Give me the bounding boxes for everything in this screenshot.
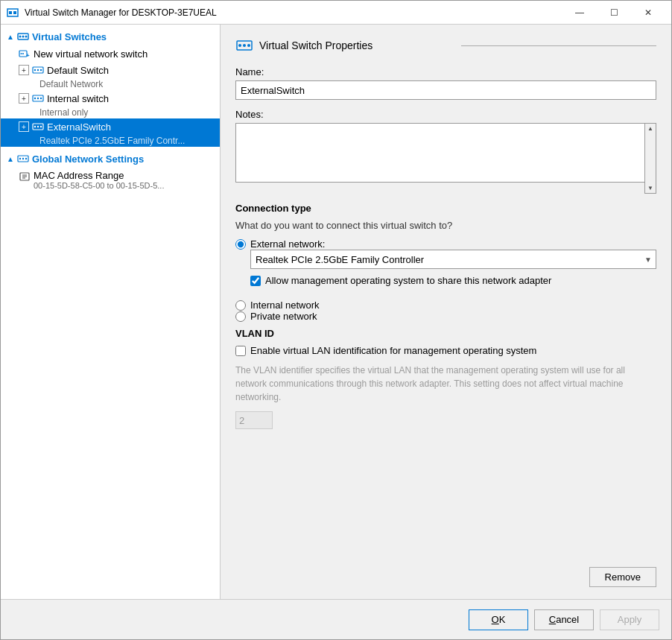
new-virtual-switch-item[interactable]: + New virtual network switch	[1, 45, 220, 62]
default-switch-item[interactable]: + Default Switch	[1, 62, 220, 78]
virtual-switches-icon	[17, 31, 29, 42]
spacer	[235, 429, 656, 555]
props-header: Virtual Switch Properties	[235, 37, 656, 54]
external-switch-sublabel: Realtek PCIe 2.5GbE Family Contr...	[1, 135, 220, 147]
radio-private[interactable]	[235, 311, 246, 322]
management-checkbox[interactable]	[250, 276, 261, 286]
left-panel: ▲ Virtual Switches	[1, 25, 221, 599]
props-title: Virtual Switch Properties	[259, 39, 455, 51]
default-switch-icon	[32, 64, 44, 76]
vlan-title: VLAN ID	[235, 328, 656, 339]
remove-button[interactable]: Remove	[589, 567, 656, 587]
right-panel: Virtual Switch Properties Name: Notes: ▲…	[221, 25, 671, 599]
props-divider	[461, 45, 657, 46]
vlan-id-input[interactable]	[235, 411, 273, 429]
apply-label: Apply	[618, 614, 642, 625]
window-icon	[7, 7, 19, 19]
ok-label: OK	[492, 614, 506, 625]
global-network-label: Global Network Settings	[32, 153, 144, 165]
name-field-label: Name:	[235, 66, 656, 77]
main-window: Virtual Switch Manager for DESKTOP-3E7UE…	[0, 0, 672, 640]
default-switch-expand[interactable]: +	[19, 65, 29, 75]
management-checkbox-label: Allow management operating system to sha…	[265, 275, 551, 286]
scroll-up-arrow[interactable]: ▲	[646, 124, 655, 133]
svg-point-9	[22, 53, 24, 54]
connection-desc: What do you want to connect this virtual…	[235, 220, 656, 231]
internal-switch-label: Internal switch	[47, 93, 109, 104]
svg-text:+: +	[26, 52, 30, 59]
cancel-button[interactable]: Cancel	[534, 609, 594, 630]
external-sub-options: Realtek PCIe 2.5GbE Family Controller ▼ …	[250, 250, 656, 294]
remove-area: Remove	[235, 567, 656, 587]
svg-point-22	[40, 126, 42, 127]
svg-point-25	[22, 158, 24, 159]
svg-point-5	[22, 36, 24, 38]
virtual-switches-arrow: ▲	[7, 33, 14, 41]
svg-point-6	[25, 36, 27, 38]
internal-switch-expand[interactable]: +	[19, 93, 29, 104]
props-icon	[235, 37, 253, 54]
vlan-checkbox[interactable]	[235, 346, 246, 356]
window-controls: — ☐ ✕	[562, 1, 665, 25]
vlan-checkbox-item[interactable]: Enable virtual LAN identification for ma…	[235, 345, 656, 356]
radio-external[interactable]	[235, 239, 246, 250]
global-network-header[interactable]: ▲ Global Network Settings	[1, 150, 220, 168]
scroll-down-arrow[interactable]: ▼	[646, 183, 655, 193]
mac-address-sublabel: 00-15-5D-58-C5-00 to 00-15-5D-5...	[34, 181, 164, 190]
radio-private-label: Private network	[250, 311, 317, 322]
svg-rect-2	[13, 11, 16, 14]
maximize-button[interactable]: ☐	[597, 1, 631, 25]
mac-address-icon	[19, 171, 31, 183]
svg-point-16	[34, 98, 36, 99]
mac-label-block: MAC Address Range 00-15-5D-58-C5-00 to 0…	[34, 170, 164, 190]
dropdown-wrapper: Realtek PCIe 2.5GbE Family Controller ▼	[250, 250, 656, 269]
global-network-arrow: ▲	[7, 155, 14, 163]
ok-button[interactable]: OK	[469, 609, 528, 630]
network-adapter-dropdown[interactable]: Realtek PCIe 2.5GbE Family Controller	[250, 250, 656, 269]
global-network-icon	[17, 153, 29, 165]
svg-point-18	[40, 98, 42, 99]
svg-point-8	[21, 53, 22, 54]
radio-internal-item[interactable]: Internal network	[235, 300, 656, 311]
notes-textarea[interactable]	[235, 123, 656, 183]
svg-point-33	[243, 44, 246, 47]
close-button[interactable]: ✕	[631, 1, 665, 25]
svg-point-13	[37, 69, 39, 71]
notes-scrollbar: ▲ ▼	[644, 123, 656, 194]
svg-point-24	[19, 158, 21, 159]
svg-point-12	[34, 69, 36, 71]
vlan-section: VLAN ID Enable virtual LAN identificatio…	[235, 328, 656, 429]
radio-external-label: External network:	[250, 238, 325, 250]
content-area: ▲ Virtual Switches	[1, 25, 671, 599]
virtual-switches-section[interactable]: ▲ Virtual Switches	[1, 28, 220, 45]
default-switch-sublabel: Default Network	[1, 78, 220, 90]
vlan-checkbox-label: Enable virtual LAN identification for ma…	[250, 345, 536, 356]
minimize-button[interactable]: —	[562, 1, 597, 25]
cancel-label: Cancel	[549, 614, 579, 625]
radio-private-item[interactable]: Private network	[235, 311, 656, 322]
management-checkbox-item[interactable]: Allow management operating system to sha…	[250, 275, 656, 286]
svg-point-20	[34, 126, 36, 127]
external-switch-label: ExternalSwitch	[47, 121, 111, 133]
global-network-section: ▲ Global Network Settings	[1, 150, 220, 192]
internal-switch-icon	[32, 92, 44, 104]
notes-wrapper: ▲ ▼	[235, 123, 656, 194]
mac-address-label: MAC Address Range	[34, 170, 164, 181]
radio-external-item[interactable]: External network:	[235, 238, 656, 250]
new-switch-icon: +	[19, 48, 31, 60]
svg-point-14	[40, 69, 42, 71]
radio-internal-label: Internal network	[250, 300, 320, 311]
mac-address-item[interactable]: MAC Address Range 00-15-5D-58-C5-00 to 0…	[1, 168, 220, 192]
name-input[interactable]	[235, 80, 656, 100]
connection-type-label: Connection type	[235, 203, 656, 214]
vlan-input-wrapper	[235, 411, 656, 429]
external-switch-expand[interactable]: +	[19, 121, 29, 132]
internal-switch-item[interactable]: + Internal switch	[1, 90, 220, 107]
svg-point-21	[37, 126, 39, 127]
apply-button[interactable]: Apply	[600, 609, 659, 630]
external-switch-item[interactable]: + ExternalSwitch	[1, 118, 220, 135]
radio-internal[interactable]	[235, 300, 246, 311]
virtual-switches-label: Virtual Switches	[32, 31, 107, 42]
bottom-bar: OK Cancel Apply	[1, 599, 671, 639]
window-title: Virtual Switch Manager for DESKTOP-3E7UE…	[25, 7, 562, 18]
